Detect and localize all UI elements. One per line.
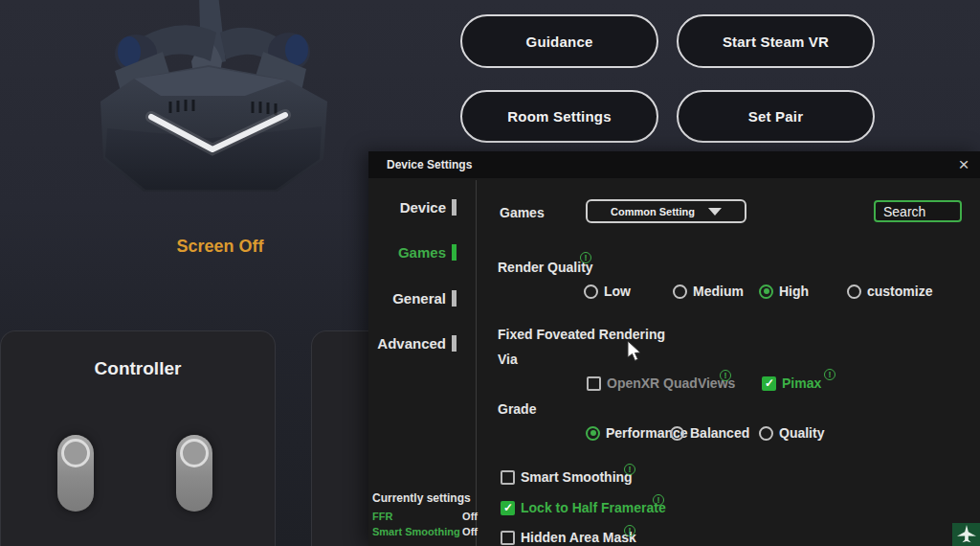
info-icon[interactable] [720,370,731,381]
current-setting-name: FFR [372,511,392,522]
checkbox-checked-icon [762,376,776,391]
set-pair-button-label: Set Pair [748,108,803,125]
sidebar-item-games[interactable]: Games [368,242,457,262]
room-settings-button-label: Room Settings [507,108,611,125]
controller-card-title: Controller [1,358,275,379]
via-option-openxr-quadviews[interactable]: OpenXR QuadViews [587,375,735,391]
option-label: Pimax [782,375,821,391]
via-option-pimax[interactable]: Pimax [762,375,821,391]
sidebar-item-bar [452,335,457,352]
grade-option-quality[interactable]: Quality [759,425,824,441]
option-label: Low [604,284,631,299]
option-label: Hidden Area Mask [521,530,636,545]
radio-selected-icon [586,426,600,441]
sidebar-item-label: Games [398,244,446,261]
games-profile-dropdown[interactable]: Common Setting [586,199,746,223]
sidebar-item-label: Device [400,199,446,216]
checkbox-unchecked-icon [501,531,515,545]
radio-icon [670,426,684,441]
render-quality-label: Render Quality [498,260,593,275]
device-settings-dialog: Device Settings × Device Games General A… [368,151,980,546]
current-settings-box: Currently settings FFR Off Smart Smoothi… [372,491,478,541]
headset-image [48,0,364,229]
render-quality-option-medium[interactable]: Medium [673,284,744,299]
dialog-header: Device Settings [368,151,980,178]
checkbox-unchecked-icon [587,376,601,391]
render-quality-option-low[interactable]: Low [584,284,631,299]
screen-status-label: Screen Off [115,237,325,257]
sidebar-item-advanced[interactable]: Advanced [368,333,457,353]
option-label: High [779,284,809,299]
smart-smoothing-checkbox[interactable]: Smart Smoothing [501,469,633,485]
search-button-label: Search [883,204,925,219]
option-label: Quality [779,425,824,441]
current-setting-name: Smart Smoothing [372,526,460,537]
radio-selected-icon [759,284,773,299]
option-label: OpenXR QuadViews [607,375,735,391]
sidebar-item-bar [452,199,457,216]
sidebar-item-bar [452,244,457,261]
set-pair-button[interactable]: Set Pair [677,90,875,143]
option-label: Smart Smoothing [521,469,633,485]
sidebar-item-general[interactable]: General [368,288,457,307]
current-setting-row: Smart Smoothing Off [372,526,478,537]
grade-label: Grade [498,401,536,417]
option-label: Balanced [690,425,749,441]
info-icon[interactable] [580,252,591,263]
render-quality-option-high[interactable]: High [759,284,809,299]
info-icon[interactable] [824,369,835,380]
start-steam-vr-button-label: Start Steam VR [723,34,829,50]
room-settings-button[interactable]: Room Settings [460,90,658,143]
info-icon[interactable] [653,494,664,506]
lock-to-half-framerate-checkbox[interactable]: Lock to Half Framerate [501,500,666,515]
games-label: Games [500,205,545,220]
radio-icon [584,284,598,299]
controller-ring-icon [180,439,209,467]
guidance-button-label: Guidance [526,34,593,50]
hidden-area-mask-checkbox[interactable]: Hidden Area Mask [501,530,636,545]
render-quality-option-customize[interactable]: customize [847,284,932,299]
guidance-button[interactable]: Guidance [460,14,658,68]
grade-option-balanced[interactable]: Balanced [670,425,749,441]
checkbox-checked-icon [501,501,515,515]
current-setting-value: Off [462,511,478,522]
radio-icon [673,284,687,299]
current-setting-row: FFR Off [372,511,478,522]
games-profile-dropdown-value: Common Setting [611,206,695,217]
option-label: customize [867,284,932,299]
current-setting-value: Off [462,526,478,537]
info-icon[interactable] [624,464,635,475]
sidebar-item-bar [452,290,457,307]
dialog-title: Device Settings [387,158,472,171]
sidebar-item-label: General [392,290,446,307]
app-window: Screen Off Guidance Start Steam VR Room … [0,0,980,546]
chevron-down-icon [708,208,722,216]
search-button[interactable]: Search [874,200,962,222]
start-steam-vr-button[interactable]: Start Steam VR [677,14,875,68]
radio-icon [847,284,861,299]
radio-icon [759,426,773,441]
current-settings-title: Currently settings [372,491,478,505]
sidebar-item-device[interactable]: Device [368,197,457,216]
controller-ring-icon [61,439,90,467]
controller-card: Controller [0,330,276,546]
close-icon[interactable]: × [953,154,974,175]
checkbox-unchecked-icon [501,470,515,485]
via-label: Via [498,352,518,367]
mouse-cursor [627,340,643,363]
sidebar-item-label: Advanced [377,335,446,352]
option-label: Lock to Half Framerate [521,500,666,515]
left-controller-icon [57,435,94,512]
info-icon[interactable] [624,525,635,536]
airplane-icon [952,523,980,546]
option-label: Medium [693,284,744,299]
right-controller-icon [176,435,212,512]
